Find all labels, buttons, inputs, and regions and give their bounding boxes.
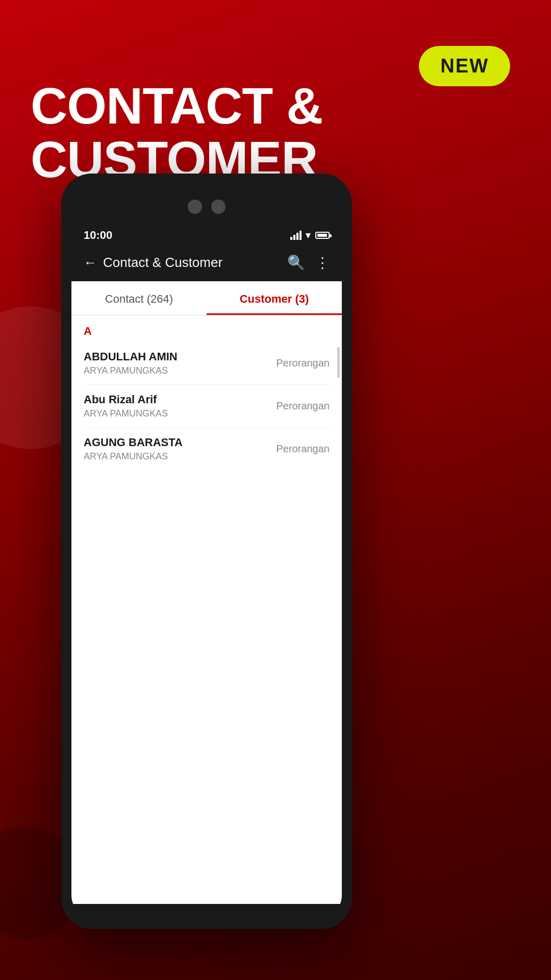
- contact-info: AGUNG BARASTA ARYA PAMUNGKAS: [84, 436, 183, 462]
- battery-icon: [315, 232, 330, 239]
- contact-item[interactable]: ABDULLAH AMIN ARYA PAMUNGKAS Perorangan: [84, 342, 330, 385]
- tab-customer[interactable]: Customer (3): [207, 281, 342, 315]
- wifi-icon: ▾: [306, 230, 310, 241]
- contact-type: Perorangan: [276, 443, 330, 455]
- contact-owner: ARYA PAMUNGKAS: [84, 451, 183, 462]
- contact-owner: ARYA PAMUNGKAS: [84, 408, 168, 419]
- contact-name: ABDULLAH AMIN: [84, 350, 178, 363]
- back-button[interactable]: ←: [84, 255, 97, 271]
- app-header: ← Contact & Customer 🔍 ⋮: [71, 246, 342, 281]
- contact-name: Abu Rizal Arif: [84, 393, 168, 406]
- tab-contact[interactable]: Contact (264): [71, 281, 207, 315]
- scrollbar-indicator: [337, 347, 340, 378]
- contact-type: Perorangan: [276, 400, 330, 412]
- contact-item[interactable]: AGUNG BARASTA ARYA PAMUNGKAS Perorangan: [84, 428, 330, 470]
- contact-list-section: A ABDULLAH AMIN ARYA PAMUNGKAS Peroranga…: [71, 315, 342, 474]
- section-letter-a: A: [84, 325, 330, 338]
- contact-name: AGUNG BARASTA: [84, 436, 183, 449]
- contact-owner: ARYA PAMUNGKAS: [84, 365, 178, 376]
- phone-mockup: 10:00 ▾ ← Contact & C: [61, 174, 352, 929]
- status-time: 10:00: [84, 229, 112, 242]
- status-icons: ▾: [290, 230, 330, 241]
- contact-type: Perorangan: [276, 357, 330, 369]
- header-left: ← Contact & Customer: [84, 255, 222, 271]
- tabs: Contact (264) Customer (3): [71, 281, 342, 315]
- more-options-icon[interactable]: ⋮: [315, 254, 330, 271]
- camera-bar: [71, 184, 342, 225]
- content-area: Contact (264) Customer (3) A ABDULLAH AM…: [71, 281, 342, 904]
- contact-info: Abu Rizal Arif ARYA PAMUNGKAS: [84, 393, 168, 419]
- contact-info: ABDULLAH AMIN ARYA PAMUNGKAS: [84, 350, 178, 376]
- search-icon[interactable]: 🔍: [287, 254, 305, 271]
- header-title: Contact & Customer: [103, 255, 222, 271]
- contact-item[interactable]: Abu Rizal Arif ARYA PAMUNGKAS Perorangan: [84, 385, 330, 428]
- signal-icon: [290, 231, 302, 240]
- page-heading: CONTACT & CUSTOMER: [31, 79, 551, 186]
- camera-dot-1: [188, 200, 202, 214]
- header-icons: 🔍 ⋮: [287, 254, 330, 271]
- camera-dot-2: [211, 200, 226, 214]
- status-bar: 10:00 ▾: [71, 225, 342, 246]
- phone-screen: 10:00 ▾ ← Contact & C: [71, 184, 342, 919]
